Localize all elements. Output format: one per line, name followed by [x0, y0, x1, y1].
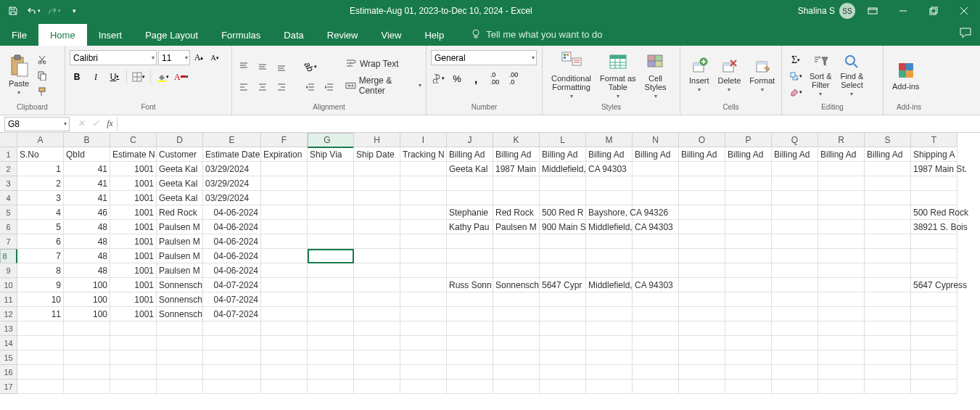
tab-file[interactable]: File — [0, 24, 38, 46]
row-header-1[interactable]: 1 — [0, 147, 17, 162]
cell-E13[interactable] — [203, 321, 261, 336]
cell-H6[interactable] — [354, 220, 400, 234]
row-header-3[interactable]: 3 — [0, 176, 17, 191]
cell-Q11[interactable] — [772, 292, 818, 307]
cell-S5[interactable] — [865, 205, 911, 220]
font-color-button[interactable]: A▾ — [174, 70, 189, 84]
col-header-J[interactable]: J — [447, 133, 493, 147]
cell-B3[interactable]: 41 — [64, 176, 110, 191]
cell-P3[interactable] — [725, 176, 772, 191]
cell-O9[interactable] — [679, 263, 725, 278]
col-header-M[interactable]: M — [586, 133, 633, 147]
cell-S9[interactable] — [865, 263, 911, 278]
cell-J5[interactable]: Stephanie — [447, 205, 493, 220]
cell-K8[interactable] — [493, 249, 540, 263]
cell-H13[interactable] — [354, 321, 400, 336]
row-header-4[interactable]: 4 — [0, 191, 17, 205]
cell-E7[interactable]: 04-06-2024 — [203, 234, 261, 249]
cell-D8[interactable]: Paulsen M — [157, 249, 203, 263]
cell-M4[interactable] — [586, 191, 633, 205]
cell-L17[interactable] — [540, 380, 586, 394]
cell-R14[interactable] — [818, 336, 865, 350]
cell-H7[interactable] — [354, 234, 400, 249]
cell-J3[interactable] — [447, 176, 493, 191]
cell-S1[interactable]: Billing Ad — [865, 147, 911, 162]
cell-F14[interactable] — [261, 336, 308, 350]
cell-I4[interactable] — [400, 191, 447, 205]
cell-P2[interactable] — [725, 162, 772, 176]
comma-button[interactable]: , — [469, 71, 483, 86]
cell-M6[interactable]: Middlefield, CA 94303 — [586, 220, 633, 234]
cell-I16[interactable] — [400, 365, 447, 380]
formula-input[interactable] — [118, 117, 980, 131]
cell-O11[interactable] — [679, 292, 725, 307]
cell-E5[interactable]: 04-06-2024 — [203, 205, 261, 220]
col-header-F[interactable]: F — [261, 133, 308, 147]
cell-S6[interactable] — [865, 220, 911, 234]
cell-C4[interactable]: 1001 — [110, 191, 157, 205]
cell-D16[interactable] — [157, 365, 203, 380]
cell-Q6[interactable] — [772, 220, 818, 234]
cell-A12[interactable]: 11 — [17, 307, 64, 321]
tell-me-search[interactable]: Tell me what you want to do — [470, 28, 602, 46]
cell-G8[interactable] — [308, 249, 354, 263]
col-header-R[interactable]: R — [818, 133, 865, 147]
cell-Q4[interactable] — [772, 191, 818, 205]
cell-N12[interactable] — [633, 307, 679, 321]
cell-B4[interactable]: 41 — [64, 191, 110, 205]
cell-G10[interactable] — [308, 278, 354, 292]
autosum-button[interactable]: Σ▾ — [786, 53, 805, 67]
cell-Q15[interactable] — [772, 350, 818, 365]
col-header-T[interactable]: T — [911, 133, 958, 147]
cell-I5[interactable] — [400, 205, 447, 220]
cell-J8[interactable] — [447, 249, 493, 263]
insert-function-button[interactable]: fx — [107, 118, 113, 129]
cell-R6[interactable] — [818, 220, 865, 234]
cell-N15[interactable] — [633, 350, 679, 365]
cell-T1[interactable]: Shipping A — [911, 147, 958, 162]
cell-T16[interactable] — [911, 365, 958, 380]
col-header-K[interactable]: K — [493, 133, 540, 147]
cell-A3[interactable]: 2 — [17, 176, 64, 191]
user-avatar[interactable]: SS — [839, 3, 855, 19]
cell-M5[interactable]: Bayshore, CA 94326 — [586, 205, 633, 220]
cell-H9[interactable] — [354, 263, 400, 278]
cell-D10[interactable]: Sonnensch — [157, 278, 203, 292]
cell-L11[interactable] — [540, 292, 586, 307]
cell-D15[interactable] — [157, 350, 203, 365]
cell-K12[interactable] — [493, 307, 540, 321]
cell-F17[interactable] — [261, 380, 308, 394]
format-as-table-button[interactable]: Format as Table▾ — [596, 49, 641, 101]
cell-C5[interactable]: 1001 — [110, 205, 157, 220]
cell-C7[interactable]: 1001 — [110, 234, 157, 249]
cell-I14[interactable] — [400, 336, 447, 350]
select-all-corner[interactable] — [0, 133, 17, 147]
cell-L7[interactable] — [540, 234, 586, 249]
cell-B14[interactable] — [64, 336, 110, 350]
col-header-I[interactable]: I — [400, 133, 447, 147]
cell-J15[interactable] — [447, 350, 493, 365]
cell-N7[interactable] — [633, 234, 679, 249]
cell-K9[interactable] — [493, 263, 540, 278]
underline-button[interactable]: U▾ — [107, 70, 122, 84]
cell-D2[interactable]: Geeta Kal — [157, 162, 203, 176]
cell-P17[interactable] — [725, 380, 772, 394]
cell-T10[interactable]: 5647 Cypress — [911, 278, 958, 292]
cell-J17[interactable] — [447, 380, 493, 394]
row-header-14[interactable]: 14 — [0, 336, 17, 350]
cell-R3[interactable] — [818, 176, 865, 191]
clear-button[interactable]: ▾ — [786, 85, 805, 99]
decrease-decimal-button[interactable]: .00.0 — [506, 71, 521, 86]
cell-S11[interactable] — [865, 292, 911, 307]
cell-P9[interactable] — [725, 263, 772, 278]
cell-T9[interactable] — [911, 263, 958, 278]
cell-N17[interactable] — [633, 380, 679, 394]
cell-B17[interactable] — [64, 380, 110, 394]
cell-M14[interactable] — [586, 336, 633, 350]
cell-L14[interactable] — [540, 336, 586, 350]
find-select-button[interactable]: Find & Select▾ — [836, 52, 868, 99]
cell-D17[interactable] — [157, 380, 203, 394]
cell-I8[interactable] — [400, 249, 447, 263]
cell-G14[interactable] — [308, 336, 354, 350]
cell-F16[interactable] — [261, 365, 308, 380]
